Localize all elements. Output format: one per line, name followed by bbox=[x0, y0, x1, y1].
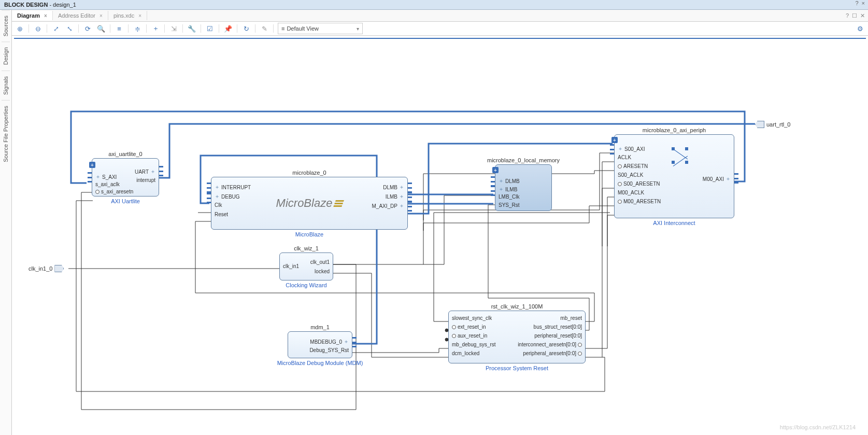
close-tab-icon[interactable]: × bbox=[138, 13, 141, 19]
toolbar: ⊕ ⊖ ⤢ ⤡ ⟳ 🔍 ≡ ≑ ＋ ⇲ 🔧 ☑ 📌 ↻ ✎ bbox=[12, 22, 868, 36]
block-clk-wiz[interactable]: clk_wiz_1 clk_in1 clk_out1 locked Clocki… bbox=[279, 245, 333, 288]
block-title: rst_clk_wiz_1_100M bbox=[448, 303, 586, 310]
view-select[interactable]: ≡Default View bbox=[278, 23, 363, 34]
block-title: mdm_1 bbox=[288, 324, 352, 330]
refresh-icon[interactable]: ⟳ bbox=[83, 24, 92, 33]
maximize-icon[interactable]: ☐ bbox=[852, 12, 857, 19]
block-axi-uartlite[interactable]: axi_uartlite_0 + ＋S_AXI s_axi_aclk s_axi… bbox=[92, 151, 159, 204]
close-tab-icon[interactable]: × bbox=[44, 13, 47, 19]
block-subtitle: MicroBlaze Debug Module (MDM) bbox=[267, 360, 373, 366]
zoom-fit-sel-icon[interactable]: ⤡ bbox=[65, 24, 74, 33]
block-microblaze[interactable]: microblaze_0 ＋INTERRUPT ＋DEBUG Clk Reset… bbox=[211, 170, 408, 237]
block-title: microblaze_0_axi_periph bbox=[614, 127, 734, 133]
pin-icon[interactable]: 📌 bbox=[223, 24, 233, 33]
side-tab-sources[interactable]: Sources bbox=[2, 10, 10, 41]
block-title: clk_wiz_1 bbox=[279, 245, 333, 251]
side-tab-design[interactable]: Design bbox=[2, 41, 10, 70]
ext-port-uart-rtl[interactable]: uart_rtl_0 bbox=[755, 121, 790, 128]
block-title: axi_uartlite_0 bbox=[92, 151, 159, 157]
expand-icon[interactable]: + bbox=[89, 162, 95, 168]
zoom-out-icon[interactable]: ⊖ bbox=[33, 24, 42, 33]
block-subtitle: MicroBlaze bbox=[211, 231, 408, 237]
tab-address-editor[interactable]: Address Editor× bbox=[53, 11, 108, 20]
block-local-memory[interactable]: microblaze_0_local_memory + ＋DLMB ＋ILMB … bbox=[495, 157, 552, 211]
diagram-canvas[interactable]: clk_in1_0 uart_rtl_0 axi_uartlite_0 + ＋S… bbox=[14, 38, 866, 433]
align-h-icon[interactable]: ≡ bbox=[115, 24, 124, 33]
close-icon[interactable]: × bbox=[862, 0, 865, 6]
gear-icon[interactable]: ⚙ bbox=[856, 24, 865, 33]
zoom-in-icon[interactable]: ⊕ bbox=[15, 24, 24, 33]
side-tab-source-props[interactable]: Source File Properties bbox=[2, 100, 10, 167]
block-axi-interconnect[interactable]: microblaze_0_axi_periph + ＋S00_AXI ACLK … bbox=[614, 127, 734, 226]
window-title: BLOCK DESIGN - design_1 bbox=[4, 2, 76, 8]
align-v-icon[interactable]: ≑ bbox=[133, 24, 142, 33]
title-bar: BLOCK DESIGN - design_1 ? × bbox=[0, 0, 868, 10]
microblaze-logo: MicroBlaze bbox=[276, 197, 343, 210]
help-icon[interactable]: ? bbox=[855, 0, 858, 6]
zoom-fit-icon[interactable]: ⤢ bbox=[51, 24, 61, 33]
help-icon[interactable]: ? bbox=[846, 12, 849, 19]
redo-icon[interactable]: ↻ bbox=[241, 24, 251, 33]
block-title: microblaze_0 bbox=[211, 170, 408, 176]
block-subtitle: Clocking Wizard bbox=[279, 282, 333, 288]
block-mdm[interactable]: mdm_1 MBDEBUG_0＋ Debug_SYS_Rst MicroBlaz… bbox=[288, 324, 352, 366]
block-title: microblaze_0_local_memory bbox=[474, 157, 573, 163]
expand-icon[interactable]: + bbox=[492, 167, 499, 173]
tab-pins-xdc[interactable]: pins.xdc× bbox=[108, 11, 147, 20]
link-icon[interactable]: ⇲ bbox=[169, 24, 178, 33]
tab-diagram[interactable]: Diagram× bbox=[12, 11, 53, 20]
side-tab-strip: Sources Design Signals Source File Prope… bbox=[0, 10, 12, 435]
tab-bar: Diagram× Address Editor× pins.xdc× ? ☐ ✕ bbox=[12, 10, 868, 22]
close-panel-icon[interactable]: ✕ bbox=[860, 12, 865, 19]
side-tab-signals[interactable]: Signals bbox=[2, 71, 10, 100]
validate-icon[interactable]: ☑ bbox=[205, 24, 215, 33]
block-subtitle: AXI Uartlite bbox=[92, 198, 159, 204]
close-tab-icon[interactable]: × bbox=[99, 13, 103, 19]
interconnect-icon bbox=[672, 147, 692, 168]
block-subtitle: AXI Interconnect bbox=[614, 220, 734, 226]
block-subtitle: Processor System Reset bbox=[448, 365, 586, 371]
ext-port-clk-in[interactable]: clk_in1_0 bbox=[29, 265, 64, 272]
add-icon[interactable]: ＋ bbox=[151, 24, 160, 33]
watermark: https://blog.csdn.net/ZLK1214 bbox=[780, 424, 856, 430]
expand-icon[interactable]: + bbox=[611, 137, 618, 143]
block-proc-sys-reset[interactable]: rst_clk_wiz_1_100M slowest_sync_clk ext_… bbox=[448, 303, 586, 371]
wrench-icon[interactable]: 🔧 bbox=[187, 24, 196, 33]
search-icon[interactable]: 🔍 bbox=[96, 24, 106, 33]
stamp-icon[interactable]: ✎ bbox=[260, 24, 269, 33]
